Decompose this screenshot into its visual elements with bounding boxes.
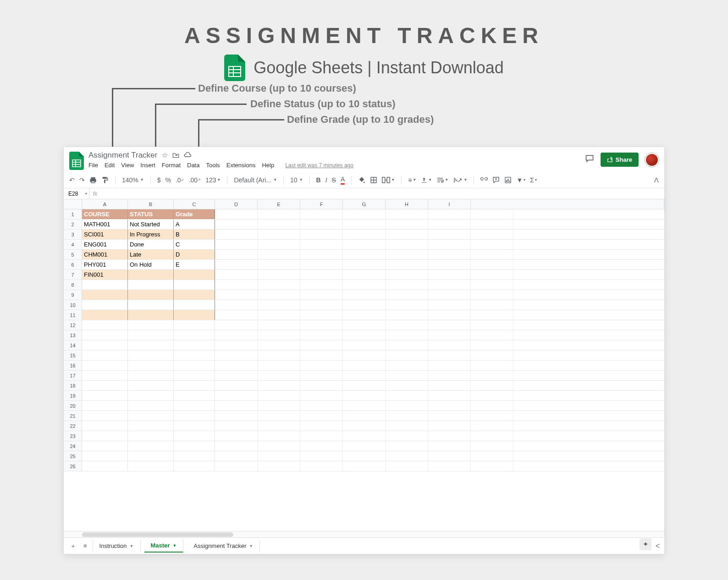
cell[interactable] xyxy=(128,421,174,431)
cell[interactable] xyxy=(215,421,258,431)
row-header[interactable]: 2 xyxy=(64,219,82,229)
cell[interactable] xyxy=(471,280,513,290)
cell[interactable] xyxy=(258,270,300,279)
row-header[interactable]: 20 xyxy=(64,401,82,410)
cell[interactable] xyxy=(300,441,343,451)
cell[interactable] xyxy=(215,340,258,350)
cell[interactable] xyxy=(258,280,300,290)
cell[interactable] xyxy=(300,230,343,239)
cell[interactable] xyxy=(215,391,258,400)
cell[interactable] xyxy=(471,391,513,400)
cell[interactable] xyxy=(343,350,386,360)
cell[interactable] xyxy=(386,260,428,269)
borders-icon[interactable] xyxy=(370,176,377,184)
cell[interactable] xyxy=(258,441,300,451)
cell[interactable] xyxy=(471,401,513,410)
explore-icon[interactable]: ✦ xyxy=(640,538,651,550)
cell[interactable]: STATUS xyxy=(128,209,174,219)
menu-view[interactable]: View xyxy=(121,162,134,169)
cell[interactable] xyxy=(471,411,513,421)
cell[interactable] xyxy=(215,250,258,259)
cell[interactable] xyxy=(174,290,215,300)
cell[interactable] xyxy=(258,330,300,340)
cell[interactable] xyxy=(82,451,128,461)
menu-format[interactable]: Format xyxy=(162,162,181,169)
cell[interactable] xyxy=(471,381,513,390)
cell[interactable] xyxy=(300,350,343,360)
cell[interactable] xyxy=(300,260,343,269)
cell[interactable] xyxy=(300,310,343,320)
cell[interactable] xyxy=(215,411,258,421)
cell[interactable] xyxy=(386,421,428,431)
cell[interactable] xyxy=(386,441,428,451)
cell[interactable] xyxy=(300,361,343,370)
italic-icon[interactable]: I xyxy=(325,176,327,184)
cell[interactable]: Not Started xyxy=(128,219,174,229)
cell[interactable] xyxy=(343,219,386,229)
cell[interactable] xyxy=(343,441,386,451)
cell[interactable] xyxy=(343,230,386,239)
cell[interactable] xyxy=(258,371,300,380)
cell[interactable] xyxy=(428,421,471,431)
cell[interactable] xyxy=(386,330,428,340)
cell[interactable] xyxy=(258,350,300,360)
cell[interactable] xyxy=(128,300,174,310)
collapse-toolbar-icon[interactable]: ᐱ xyxy=(654,176,659,184)
cell[interactable] xyxy=(128,381,174,390)
cell[interactable] xyxy=(471,361,513,370)
cell[interactable] xyxy=(258,209,300,219)
filter-icon[interactable]: ▼▾ xyxy=(516,176,525,184)
cell[interactable] xyxy=(128,411,174,421)
cell[interactable] xyxy=(215,260,258,269)
cell[interactable] xyxy=(428,320,471,330)
cell[interactable] xyxy=(174,451,215,461)
cell[interactable] xyxy=(386,300,428,310)
cell[interactable] xyxy=(215,461,258,471)
cell[interactable]: C xyxy=(174,240,215,249)
col-header-g[interactable]: G xyxy=(343,199,386,209)
zoom-select[interactable]: 140%▼ xyxy=(122,176,144,184)
cell[interactable]: FIN001 xyxy=(82,270,128,279)
col-header-i[interactable]: I xyxy=(428,199,471,209)
cell[interactable] xyxy=(428,361,471,370)
text-rotation-icon[interactable]: A↗▼ xyxy=(453,176,467,184)
cell[interactable] xyxy=(428,260,471,269)
cell[interactable] xyxy=(174,330,215,340)
cell[interactable] xyxy=(82,310,128,320)
cell[interactable] xyxy=(215,401,258,410)
comment-history-icon[interactable] xyxy=(585,154,594,165)
cell[interactable] xyxy=(128,431,174,441)
fill-color-icon[interactable] xyxy=(358,176,365,184)
cell[interactable] xyxy=(386,340,428,350)
cell[interactable] xyxy=(343,270,386,279)
col-header-d[interactable]: D xyxy=(215,199,258,209)
cell[interactable] xyxy=(82,300,128,310)
row-header[interactable]: 25 xyxy=(64,451,82,461)
row-header[interactable]: 4 xyxy=(64,240,82,249)
cell[interactable] xyxy=(300,461,343,471)
menu-tools[interactable]: Tools xyxy=(206,162,220,169)
cell[interactable] xyxy=(428,310,471,320)
cell[interactable] xyxy=(386,240,428,249)
sheet-tab-assignment-tracker[interactable]: Assignment Tracker▼ xyxy=(187,540,260,552)
row-header[interactable]: 16 xyxy=(64,361,82,370)
cell[interactable] xyxy=(343,209,386,219)
cell[interactable] xyxy=(428,391,471,400)
cell[interactable] xyxy=(428,240,471,249)
row-header[interactable]: 15 xyxy=(64,350,82,360)
cell[interactable] xyxy=(128,330,174,340)
row-header[interactable]: 18 xyxy=(64,381,82,390)
cell[interactable] xyxy=(386,290,428,300)
cell[interactable] xyxy=(215,300,258,310)
cell[interactable] xyxy=(428,270,471,279)
font-family-select[interactable]: Default (Ari...▼ xyxy=(234,176,277,184)
cell[interactable] xyxy=(215,240,258,249)
cell[interactable]: B xyxy=(174,230,215,239)
cell[interactable] xyxy=(386,350,428,360)
cell[interactable] xyxy=(471,461,513,471)
cell[interactable] xyxy=(300,320,343,330)
cell[interactable] xyxy=(128,391,174,400)
strikethrough-icon[interactable]: S xyxy=(332,176,336,184)
cell[interactable] xyxy=(215,330,258,340)
cell[interactable] xyxy=(386,451,428,461)
